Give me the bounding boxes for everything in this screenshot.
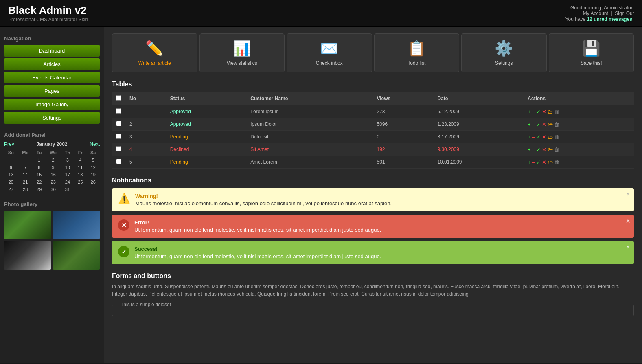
calendar-day[interactable]: 23 (46, 178, 61, 186)
action-delete-icon[interactable]: ✕ (542, 109, 546, 115)
action-minus-icon[interactable]: – (532, 147, 535, 153)
row-checkbox[interactable] (112, 156, 125, 169)
action-folder-icon[interactable]: 🗁 (548, 134, 553, 140)
action-trash-icon[interactable]: 🗑 (554, 121, 559, 127)
photo-grid (4, 211, 100, 270)
table-row: 4 Declined Sit Amet 192 9.30.2009 + – ✓ … (112, 143, 634, 156)
calendar-day[interactable]: 19 (86, 171, 100, 178)
photo-thumb-3[interactable] (4, 241, 51, 270)
select-all-checkbox[interactable] (116, 95, 121, 101)
action-delete-icon[interactable]: ✕ (542, 134, 546, 140)
calendar-day[interactable]: 28 (18, 186, 33, 193)
calendar-day[interactable]: 24 (61, 178, 74, 186)
action-check-icon[interactable]: ✓ (536, 134, 541, 140)
action-delete-icon[interactable]: ✕ (542, 121, 546, 127)
calendar-day[interactable]: 10 (61, 164, 74, 171)
row-no: 5 (125, 156, 166, 169)
calendar-day[interactable]: 16 (46, 171, 61, 178)
calendar-day[interactable]: 27 (4, 186, 18, 193)
quick-btn-view-statistics[interactable]: 📊 View statistics (199, 33, 285, 72)
calendar-day[interactable]: 13 (4, 171, 18, 178)
calendar-day[interactable]: 11 (74, 164, 86, 171)
calendar-day[interactable]: 20 (4, 178, 18, 186)
success-close-button[interactable]: X (626, 244, 630, 250)
calendar-day[interactable]: 31 (61, 186, 74, 193)
calendar-next[interactable]: Next (90, 141, 100, 147)
action-add-icon[interactable]: + (528, 159, 531, 165)
nav-events-calendar[interactable]: Events Calendar (4, 72, 100, 83)
calendar-day[interactable]: 14 (18, 171, 33, 178)
calendar-day[interactable]: 2 (46, 156, 61, 164)
nav-pages[interactable]: Pages (4, 85, 100, 97)
action-minus-icon[interactable]: – (532, 121, 535, 127)
action-folder-icon[interactable]: 🗁 (548, 159, 553, 165)
action-trash-icon[interactable]: 🗑 (554, 147, 559, 153)
calendar-day[interactable]: 3 (61, 156, 74, 164)
calendar-day[interactable]: 21 (18, 178, 33, 186)
calendar-day[interactable]: 9 (46, 164, 61, 171)
nav-dashboard[interactable]: Dashboard (4, 45, 100, 57)
my-account-link[interactable]: My Account (583, 11, 608, 16)
calendar-day[interactable]: 18 (74, 171, 86, 178)
calendar-day[interactable]: 4 (74, 156, 86, 164)
action-delete-icon[interactable]: ✕ (542, 159, 546, 165)
greeting-text: Good morning, Administrator! (565, 5, 634, 11)
calendar-day[interactable]: 12 (86, 164, 100, 171)
nav-image-gallery[interactable]: Image Gallery (4, 99, 100, 110)
calendar-day[interactable]: 7 (18, 164, 33, 171)
action-check-icon[interactable]: ✓ (536, 159, 541, 165)
photo-thumb-1[interactable] (4, 211, 51, 239)
calendar-day[interactable]: 17 (61, 171, 74, 178)
sign-out-link[interactable]: Sign Out (615, 11, 634, 16)
action-trash-icon[interactable]: 🗑 (554, 134, 559, 140)
calendar-prev[interactable]: Prev (4, 141, 14, 147)
action-add-icon[interactable]: + (528, 109, 531, 115)
row-checkbox[interactable] (112, 143, 125, 156)
photo-thumb-2[interactable] (53, 211, 100, 239)
action-check-icon[interactable]: ✓ (536, 147, 541, 153)
action-trash-icon[interactable]: 🗑 (554, 159, 559, 165)
warning-close-button[interactable]: X (626, 191, 630, 197)
row-checkbox[interactable] (112, 118, 125, 131)
action-add-icon[interactable]: + (528, 134, 531, 140)
action-minus-icon[interactable]: – (532, 159, 535, 165)
photo-thumb-4[interactable] (53, 241, 100, 270)
row-status: Approved (166, 105, 247, 118)
chart-icon: 📊 (208, 40, 276, 57)
action-trash-icon[interactable]: 🗑 (554, 109, 559, 115)
calendar-day[interactable]: 8 (33, 164, 46, 171)
row-checkbox[interactable] (112, 131, 125, 143)
quick-btn-write-article[interactable]: ✏️ Write an article (112, 33, 197, 72)
nav-articles[interactable]: Articles (4, 58, 100, 70)
calendar-day[interactable]: 1 (33, 156, 46, 164)
action-add-icon[interactable]: + (528, 121, 531, 127)
action-check-icon[interactable]: ✓ (536, 109, 541, 115)
calendar-day[interactable]: 29 (33, 186, 46, 193)
quick-btn-todo-list[interactable]: 📋 Todo list (374, 33, 460, 72)
action-folder-icon[interactable]: 🗁 (548, 147, 553, 153)
calendar-day[interactable]: 25 (74, 178, 86, 186)
quick-btn-check-inbox[interactable]: ✉️ Check inbox (287, 33, 372, 72)
quick-btn-settings[interactable]: ⚙️ Settings (461, 33, 547, 72)
forms-description: In aliquam sagittis urna. Suspendisse po… (112, 283, 634, 298)
row-checkbox[interactable] (112, 105, 125, 118)
action-folder-icon[interactable]: 🗁 (548, 121, 553, 127)
error-close-button[interactable]: X (626, 218, 630, 224)
calendar-day[interactable]: 30 (46, 186, 61, 193)
action-add-icon[interactable]: + (528, 147, 531, 153)
quick-btn-save[interactable]: 💾 Save this! (549, 33, 634, 72)
calendar-day[interactable]: 6 (4, 164, 18, 171)
action-delete-icon[interactable]: ✕ (542, 147, 546, 153)
calendar-day[interactable]: 22 (33, 178, 46, 186)
nav-settings[interactable]: Settings (4, 112, 100, 124)
action-check-icon[interactable]: ✓ (536, 121, 541, 127)
calendar-day[interactable]: 5 (86, 156, 100, 164)
row-status: Pending (166, 156, 247, 169)
row-views: 5096 (372, 118, 433, 131)
calendar-day[interactable]: 15 (33, 171, 46, 178)
calendar-day[interactable]: 26 (86, 178, 100, 186)
action-folder-icon[interactable]: 🗁 (548, 109, 553, 115)
action-minus-icon[interactable]: – (532, 109, 535, 115)
header-branding: Black Admin v2 Professional CMS Administ… (8, 4, 88, 22)
action-minus-icon[interactable]: – (532, 134, 535, 140)
